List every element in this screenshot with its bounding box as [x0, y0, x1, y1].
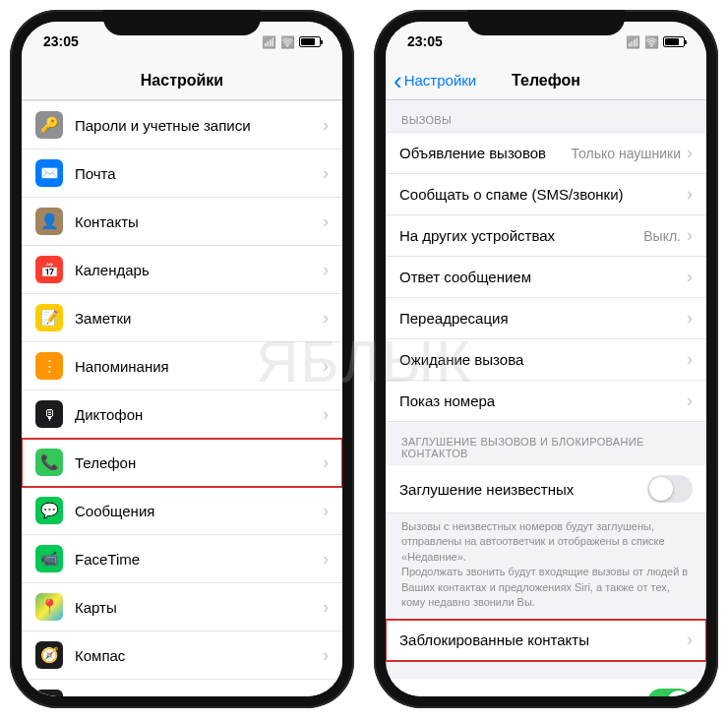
chevron-right-icon: ›: [323, 501, 329, 521]
row-label: Заблокированные контакты: [399, 631, 687, 648]
chevron-right-icon: ›: [323, 645, 329, 666]
row-label: На других устройствах: [399, 227, 643, 244]
row-label: Объявление вызовов: [399, 145, 572, 161]
settings-row[interactable]: 🔑Пароли и учетные записи›: [22, 100, 342, 150]
battery-icon: [299, 36, 321, 47]
app-icon: 🔑: [35, 111, 63, 139]
app-icon: ✉️: [35, 159, 63, 187]
app-icon: 📝: [35, 304, 63, 331]
nav-title: Настройки: [141, 72, 223, 90]
app-icon: 🧭: [35, 641, 63, 669]
settings-row[interactable]: 👤Контакты›: [22, 198, 342, 246]
chevron-right-icon: ›: [687, 267, 693, 287]
row-label: Телефон: [75, 454, 323, 471]
row-label: Помощь в наборе: [399, 694, 647, 696]
settings-row[interactable]: 📹FaceTime›: [22, 535, 342, 583]
settings-row[interactable]: 🎙Диктофон›: [22, 391, 342, 439]
nav-bar: Настройки: [22, 61, 342, 100]
settings-row[interactable]: 💬Сообщения›: [22, 487, 342, 535]
row-value: Выкл.: [643, 228, 681, 244]
phone-frame-left: 23:05 Настройки 🔑Пароли и учетные записи…: [10, 10, 354, 708]
phone-settings-content[interactable]: ВЫЗОВЫ Объявление вызововТолько наушники…: [386, 100, 706, 696]
chevron-right-icon: ›: [323, 404, 329, 425]
notch: [103, 10, 261, 35]
dial-assist-toggle[interactable]: [647, 689, 693, 696]
settings-row[interactable]: 📝Заметки›: [22, 294, 342, 342]
back-button[interactable]: Настройки: [394, 68, 476, 93]
app-icon: 📹: [35, 545, 63, 572]
row-label: Компас: [75, 647, 323, 664]
battery-icon: [663, 36, 685, 47]
settings-row[interactable]: Сообщать о спаме (SMS/звонки)›: [386, 174, 706, 215]
settings-row[interactable]: 📏Рулетка›: [22, 680, 342, 696]
chevron-right-icon: ›: [323, 163, 329, 184]
wifi-icon: [280, 33, 295, 49]
blocked-contacts-row[interactable]: Заблокированные контакты ›: [386, 620, 706, 661]
settings-row[interactable]: 🧭Компас›: [22, 631, 342, 680]
app-icon: 🎙: [35, 400, 63, 428]
chevron-right-icon: ›: [323, 115, 329, 136]
chevron-right-icon: ›: [687, 143, 693, 163]
settings-row[interactable]: Объявление вызововТолько наушники›: [386, 132, 706, 174]
row-label: Почта: [75, 165, 323, 182]
row-label: Пароли и учетные записи: [75, 117, 323, 134]
row-label: Сообщать о спаме (SMS/звонки): [399, 186, 687, 203]
chevron-right-icon: ›: [323, 308, 329, 329]
settings-row[interactable]: Показ номера›: [386, 381, 706, 422]
settings-row[interactable]: Ответ сообщением›: [386, 257, 706, 298]
settings-list[interactable]: 🔑Пароли и учетные записи›✉️Почта›👤Контак…: [22, 100, 342, 696]
chevron-right-icon: ›: [323, 356, 329, 377]
screen-left: 23:05 Настройки 🔑Пароли и учетные записи…: [22, 22, 342, 696]
row-label: Календарь: [75, 262, 323, 278]
chevron-right-icon: ›: [687, 349, 693, 370]
chevron-right-icon: ›: [687, 184, 693, 205]
section-header-calls: ВЫЗОВЫ: [386, 100, 706, 132]
row-label: Карты: [75, 599, 323, 616]
row-label: Заглушение неизвестных: [399, 481, 647, 498]
app-icon: 👤: [35, 208, 63, 235]
settings-row[interactable]: Переадресация›: [386, 298, 706, 339]
section-header-silence: ЗАГЛУШЕНИЕ ВЫЗОВОВ И БЛОКИРОВАНИЕ КОНТАК…: [386, 422, 706, 465]
dial-assist-row[interactable]: Помощь в наборе: [386, 679, 706, 696]
status-time: 23:05: [43, 33, 79, 49]
nav-bar: Настройки Телефон: [386, 61, 706, 100]
screen-right: 23:05 Настройки Телефон ВЫЗОВЫ Объявлени…: [386, 22, 706, 696]
calls-section: Объявление вызововТолько наушники›Сообща…: [386, 132, 706, 422]
cellular-signal-icon: [626, 33, 640, 49]
row-label: Сообщения: [75, 503, 323, 519]
settings-row[interactable]: 📅Календарь›: [22, 246, 342, 294]
settings-row[interactable]: 📞Телефон›: [22, 439, 342, 487]
app-icon: 💬: [35, 497, 63, 524]
settings-row[interactable]: 📍Карты›: [22, 583, 342, 631]
row-label: FaceTime: [75, 551, 323, 568]
settings-row[interactable]: ⋮Напоминания›: [22, 342, 342, 391]
chevron-right-icon: ›: [687, 391, 693, 411]
settings-row[interactable]: ✉️Почта›: [22, 150, 342, 198]
silence-toggle[interactable]: [647, 475, 693, 503]
app-icon: 📏: [35, 690, 63, 696]
chevron-right-icon: ›: [323, 260, 329, 280]
chevron-right-icon: ›: [687, 630, 693, 650]
row-label: Диктофон: [75, 406, 323, 423]
app-icon: 📍: [35, 593, 63, 621]
row-label: Напоминания: [75, 358, 323, 375]
row-label: Ответ сообщением: [399, 269, 687, 285]
chevron-right-icon: ›: [323, 693, 329, 697]
row-label: Рулетка: [75, 695, 323, 697]
chevron-right-icon: ›: [687, 225, 693, 246]
row-label: Контакты: [75, 213, 323, 230]
settings-row[interactable]: Ожидание вызова›: [386, 339, 706, 381]
silence-unknown-row[interactable]: Заглушение неизвестных: [386, 465, 706, 513]
silence-footer: Вызовы с неизвестных номеров будут заглу…: [386, 513, 706, 620]
chevron-right-icon: ›: [323, 549, 329, 570]
app-icon: ⋮: [35, 352, 63, 380]
wifi-icon: [644, 33, 659, 49]
chevron-right-icon: ›: [323, 452, 329, 473]
row-label: Переадресация: [399, 310, 687, 327]
chevron-right-icon: ›: [323, 597, 329, 618]
row-label: Показ номера: [399, 392, 687, 409]
phone-frame-right: 23:05 Настройки Телефон ВЫЗОВЫ Объявлени…: [374, 10, 718, 708]
status-time: 23:05: [407, 33, 443, 49]
app-icon: 📅: [35, 256, 63, 283]
settings-row[interactable]: На других устройствахВыкл.›: [386, 215, 706, 257]
